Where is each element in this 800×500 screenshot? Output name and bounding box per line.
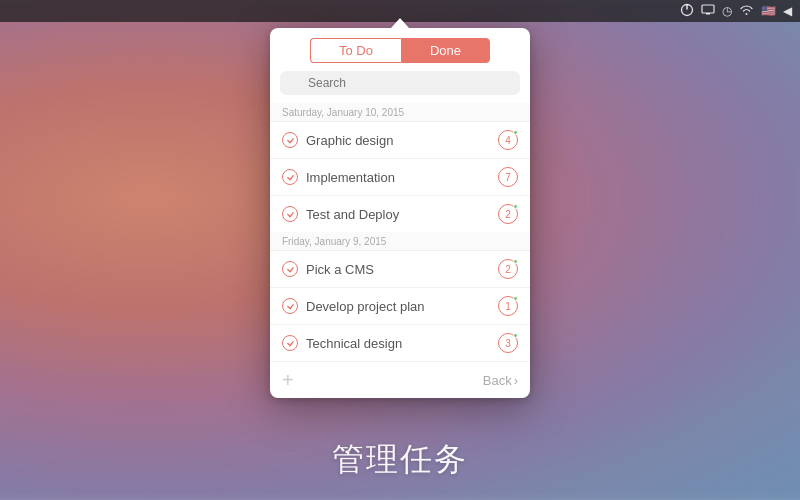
search-wrapper: 🔍: [280, 71, 520, 95]
check-icon: [282, 335, 298, 351]
badge-dot: [513, 259, 518, 264]
task-label: Test and Deploy: [306, 207, 498, 222]
task-badge: 7: [498, 167, 518, 187]
task-row[interactable]: Develop project plan 1: [270, 287, 530, 324]
task-row[interactable]: Technical design 3: [270, 324, 530, 361]
date-header-2: Friday, January 9, 2015: [270, 232, 530, 250]
task-label: Implementation: [306, 170, 498, 185]
screen-icon[interactable]: [701, 4, 715, 18]
flag-icon[interactable]: 🇺🇸: [761, 4, 776, 18]
date-header-1: Saturday, January 10, 2015: [270, 103, 530, 121]
check-icon: [282, 206, 298, 222]
bottom-text: 管理任务: [0, 438, 800, 482]
power-icon[interactable]: [680, 3, 694, 20]
task-label: Pick a CMS: [306, 262, 498, 277]
tab-done[interactable]: Done: [401, 38, 490, 63]
chevron-right-icon: ›: [514, 373, 518, 388]
menubar-icons: ◷ 🇺🇸 ◀: [680, 3, 792, 20]
badge-dot: [513, 333, 518, 338]
task-badge: 1: [498, 296, 518, 316]
search-input[interactable]: [280, 71, 520, 95]
badge-dot: [513, 130, 518, 135]
back-button[interactable]: Back ›: [483, 373, 518, 388]
task-badge: 2: [498, 259, 518, 279]
task-row[interactable]: Pick a CMS 2: [270, 250, 530, 287]
sound-icon[interactable]: ◀: [783, 4, 792, 18]
tab-todo[interactable]: To Do: [310, 38, 401, 63]
check-icon: [282, 261, 298, 277]
task-label: Technical design: [306, 336, 498, 351]
task-row[interactable]: Implementation 7: [270, 158, 530, 195]
task-badge: 3: [498, 333, 518, 353]
popup-card: To Do Done 🔍 Saturday, January 10, 2015 …: [270, 28, 530, 398]
search-container: 🔍: [270, 71, 530, 103]
task-badge: 2: [498, 204, 518, 224]
task-badge: 4: [498, 130, 518, 150]
popup-footer: + Back ›: [270, 361, 530, 398]
task-row[interactable]: Test and Deploy 2: [270, 195, 530, 232]
task-row[interactable]: Graphic design 4: [270, 121, 530, 158]
svg-rect-2: [702, 5, 714, 13]
tab-bar: To Do Done: [270, 28, 530, 71]
check-icon: [282, 298, 298, 314]
check-icon: [282, 169, 298, 185]
badge-dot: [513, 204, 518, 209]
add-button[interactable]: +: [282, 370, 294, 390]
svg-rect-3: [706, 13, 710, 15]
task-label: Develop project plan: [306, 299, 498, 314]
popup-arrow: [391, 18, 409, 28]
clock-icon[interactable]: ◷: [722, 4, 732, 18]
task-label: Graphic design: [306, 133, 498, 148]
wifi-icon[interactable]: [739, 4, 754, 18]
check-icon: [282, 132, 298, 148]
badge-dot: [513, 296, 518, 301]
